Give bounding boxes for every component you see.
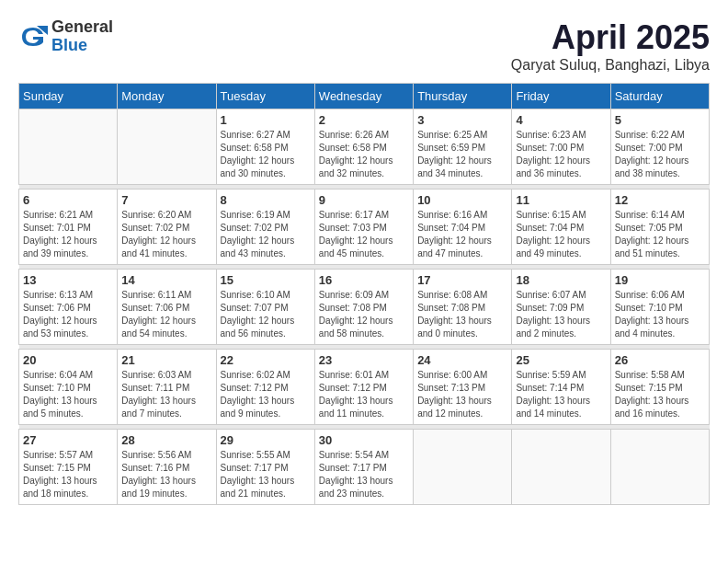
logo-text: General Blue [51,18,113,55]
day-info: Sunrise: 6:19 AMSunset: 7:02 PMDaylight:… [221,209,311,260]
day-number: 19 [615,273,705,287]
day-info: Sunrise: 6:00 AMSunset: 7:13 PMDaylight:… [417,369,507,420]
day-number: 30 [319,433,409,447]
page-header: General Blue April 2025 Qaryat Suluq, Ba… [18,18,710,74]
table-row [512,430,610,505]
day-number: 21 [121,353,211,367]
day-info: Sunrise: 6:08 AMSunset: 7:08 PMDaylight:… [417,289,507,340]
table-row [19,109,118,185]
day-number: 13 [23,273,113,287]
day-info: Sunrise: 5:58 AMSunset: 7:15 PMDaylight:… [615,369,705,420]
calendar-week-2: 6 Sunrise: 6:21 AMSunset: 7:01 PMDayligh… [19,190,710,265]
day-number: 5 [615,113,705,127]
day-info: Sunrise: 6:13 AMSunset: 7:06 PMDaylight:… [23,289,113,340]
location-title: Qaryat Suluq, Banghazi, Libya [511,57,710,74]
table-row: 16 Sunrise: 6:09 AMSunset: 7:08 PMDaylig… [314,270,413,345]
day-number: 8 [221,193,311,207]
day-info: Sunrise: 6:03 AMSunset: 7:11 PMDaylight:… [121,369,211,420]
table-row: 13 Sunrise: 6:13 AMSunset: 7:06 PMDaylig… [19,270,118,345]
table-row: 1 Sunrise: 6:27 AMSunset: 6:58 PMDayligh… [216,109,314,185]
day-number: 25 [516,353,606,367]
day-number: 22 [221,353,311,367]
table-row: 18 Sunrise: 6:07 AMSunset: 7:09 PMDaylig… [512,270,610,345]
day-number: 2 [319,113,409,127]
calendar-week-4: 20 Sunrise: 6:04 AMSunset: 7:10 PMDaylig… [19,350,710,425]
table-row: 14 Sunrise: 6:11 AMSunset: 7:06 PMDaylig… [118,270,216,345]
col-sunday: Sunday [19,84,118,109]
table-row: 15 Sunrise: 6:10 AMSunset: 7:07 PMDaylig… [216,270,314,345]
table-row [610,430,709,505]
day-number: 20 [23,353,113,367]
table-row: 30 Sunrise: 5:54 AMSunset: 7:17 PMDaylig… [314,430,413,505]
logo: General Blue [18,18,113,55]
table-row: 27 Sunrise: 5:57 AMSunset: 7:15 PMDaylig… [19,430,118,505]
table-row: 7 Sunrise: 6:20 AMSunset: 7:02 PMDayligh… [118,190,216,265]
calendar-table: Sunday Monday Tuesday Wednesday Thursday… [18,83,710,505]
day-number: 12 [615,193,705,207]
table-row: 20 Sunrise: 6:04 AMSunset: 7:10 PMDaylig… [19,350,118,425]
table-row: 23 Sunrise: 6:01 AMSunset: 7:12 PMDaylig… [314,350,413,425]
table-row: 5 Sunrise: 6:22 AMSunset: 7:00 PMDayligh… [610,109,709,185]
table-row: 25 Sunrise: 5:59 AMSunset: 7:14 PMDaylig… [512,350,610,425]
day-number: 7 [121,193,211,207]
col-tuesday: Tuesday [216,84,314,109]
day-info: Sunrise: 5:56 AMSunset: 7:16 PMDaylight:… [121,449,211,500]
day-number: 23 [319,353,409,367]
day-number: 6 [23,193,113,207]
col-wednesday: Wednesday [314,84,413,109]
table-row: 2 Sunrise: 6:26 AMSunset: 6:58 PMDayligh… [314,109,413,185]
day-number: 14 [121,273,211,287]
day-info: Sunrise: 6:23 AMSunset: 7:00 PMDaylight:… [516,129,606,180]
col-thursday: Thursday [414,84,512,109]
day-info: Sunrise: 6:26 AMSunset: 6:58 PMDaylight:… [319,129,409,180]
day-info: Sunrise: 6:14 AMSunset: 7:05 PMDaylight:… [615,209,705,260]
title-section: April 2025 Qaryat Suluq, Banghazi, Libya [511,18,710,74]
day-info: Sunrise: 5:57 AMSunset: 7:15 PMDaylight:… [23,449,113,500]
table-row [118,109,216,185]
day-number: 27 [23,433,113,447]
day-info: Sunrise: 5:55 AMSunset: 7:17 PMDaylight:… [221,449,311,500]
day-info: Sunrise: 6:07 AMSunset: 7:09 PMDaylight:… [516,289,606,340]
day-info: Sunrise: 5:54 AMSunset: 7:17 PMDaylight:… [319,449,409,500]
table-row: 8 Sunrise: 6:19 AMSunset: 7:02 PMDayligh… [216,190,314,265]
table-row: 26 Sunrise: 5:58 AMSunset: 7:15 PMDaylig… [610,350,709,425]
day-number: 10 [417,193,507,207]
logo-general: General [51,18,113,37]
day-info: Sunrise: 6:02 AMSunset: 7:12 PMDaylight:… [221,369,311,420]
table-row: 22 Sunrise: 6:02 AMSunset: 7:12 PMDaylig… [216,350,314,425]
table-row: 24 Sunrise: 6:00 AMSunset: 7:13 PMDaylig… [414,350,512,425]
table-row: 6 Sunrise: 6:21 AMSunset: 7:01 PMDayligh… [19,190,118,265]
day-info: Sunrise: 6:09 AMSunset: 7:08 PMDaylight:… [319,289,409,340]
day-info: Sunrise: 5:59 AMSunset: 7:14 PMDaylight:… [516,369,606,420]
day-info: Sunrise: 6:04 AMSunset: 7:10 PMDaylight:… [23,369,113,420]
table-row: 4 Sunrise: 6:23 AMSunset: 7:00 PMDayligh… [512,109,610,185]
day-info: Sunrise: 6:01 AMSunset: 7:12 PMDaylight:… [319,369,409,420]
table-row: 10 Sunrise: 6:16 AMSunset: 7:04 PMDaylig… [414,190,512,265]
day-info: Sunrise: 6:11 AMSunset: 7:06 PMDaylight:… [121,289,211,340]
table-row: 28 Sunrise: 5:56 AMSunset: 7:16 PMDaylig… [118,430,216,505]
day-number: 26 [615,353,705,367]
table-row: 17 Sunrise: 6:08 AMSunset: 7:08 PMDaylig… [414,270,512,345]
day-info: Sunrise: 6:21 AMSunset: 7:01 PMDaylight:… [23,209,113,260]
table-row [414,430,512,505]
day-info: Sunrise: 6:27 AMSunset: 6:58 PMDaylight:… [221,129,311,180]
day-info: Sunrise: 6:06 AMSunset: 7:10 PMDaylight:… [615,289,705,340]
day-info: Sunrise: 6:15 AMSunset: 7:04 PMDaylight:… [516,209,606,260]
day-number: 11 [516,193,606,207]
day-number: 4 [516,113,606,127]
table-row: 3 Sunrise: 6:25 AMSunset: 6:59 PMDayligh… [414,109,512,185]
day-number: 9 [319,193,409,207]
day-number: 1 [221,113,311,127]
day-info: Sunrise: 6:22 AMSunset: 7:00 PMDaylight:… [615,129,705,180]
col-saturday: Saturday [610,84,709,109]
table-row: 12 Sunrise: 6:14 AMSunset: 7:05 PMDaylig… [610,190,709,265]
calendar-header-row: Sunday Monday Tuesday Wednesday Thursday… [19,84,710,109]
day-number: 17 [417,273,507,287]
day-number: 29 [221,433,311,447]
day-info: Sunrise: 6:16 AMSunset: 7:04 PMDaylight:… [417,209,507,260]
day-info: Sunrise: 6:25 AMSunset: 6:59 PMDaylight:… [417,129,507,180]
day-info: Sunrise: 6:20 AMSunset: 7:02 PMDaylight:… [121,209,211,260]
day-info: Sunrise: 6:10 AMSunset: 7:07 PMDaylight:… [221,289,311,340]
logo-blue: Blue [51,37,113,55]
month-title: April 2025 [511,18,710,57]
